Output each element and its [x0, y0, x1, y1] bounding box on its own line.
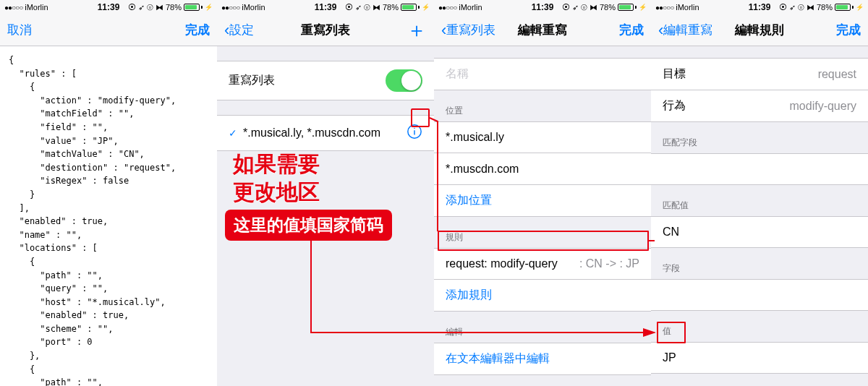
nav-title: 重寫列表: [301, 22, 350, 38]
edit-header: 編輯: [434, 322, 651, 343]
nav-bar: ‹設定 重寫列表 ＋: [217, 14, 434, 46]
name-group: 名稱: [434, 58, 651, 90]
screen-text-editor: ●●○○○ iMorlin 11:39 ⦿ ➶ ⦾ ⧓ 78% ⚡ 取消 完成 …: [0, 0, 217, 386]
back-button[interactable]: ‹設定: [224, 22, 254, 38]
done-button[interactable]: 完成: [836, 22, 861, 38]
name-field[interactable]: 名稱: [434, 58, 651, 90]
nav-title: 編輯重寫: [518, 22, 567, 38]
back-button[interactable]: ‹編輯重寫: [658, 22, 712, 38]
chevron-left-icon: ‹: [441, 22, 446, 38]
done-button[interactable]: 完成: [619, 22, 644, 38]
status-bar: ●●○○○iMorlin 11:39 ⦿ ➶ ⦾ ⧓78%⚡: [434, 0, 651, 14]
screen-edit-rewrite: ●●○○○iMorlin 11:39 ⦿ ➶ ⦾ ⧓78%⚡ ‹重寫列表 編輯重…: [434, 0, 651, 386]
cancel-button[interactable]: 取消: [7, 22, 32, 38]
status-time: 11:39: [98, 2, 120, 12]
signal-dots-icon: ●●○○○: [4, 4, 22, 12]
match-value-input[interactable]: CN: [651, 216, 868, 248]
toggle-label: 重寫列表: [229, 73, 275, 88]
add-location-button[interactable]: 添加位置: [434, 185, 651, 217]
screen-edit-rule: ●●○○○iMorlin 11:39 ⦿ ➶ ⦾ ⧓78%⚡ ‹編輯重寫 編輯規…: [651, 0, 868, 386]
add-button[interactable]: ＋: [407, 20, 427, 40]
rule-hosts: *.musical.ly, *.muscdn.com: [243, 126, 380, 140]
nav-bar: 取消 完成: [0, 14, 217, 46]
value-header: 值: [651, 321, 868, 342]
rules-header: 規則: [434, 227, 651, 248]
match-value-header: 匹配值: [651, 195, 868, 216]
json-editor[interactable]: { "rules" : [ { "action" : "modify-query…: [0, 46, 217, 386]
toggle-group: 重寫列表: [217, 61, 434, 100]
battery-icon: ⚡: [184, 4, 213, 11]
done-button[interactable]: 完成: [185, 22, 210, 38]
nav-bar: ‹重寫列表 編輯重寫 完成: [434, 14, 651, 46]
carrier-label: iMorlin: [25, 3, 48, 12]
svg-point-2: [414, 128, 414, 129]
rules-group: ✓ *.musical.ly, *.muscdn.com: [217, 115, 434, 151]
back-button[interactable]: ‹重寫列表: [441, 22, 495, 38]
rule-row[interactable]: ✓ *.musical.ly, *.muscdn.com: [217, 115, 434, 151]
info-icon[interactable]: [407, 124, 422, 142]
field-input[interactable]: [651, 279, 868, 311]
nav-title: 編輯規則: [735, 22, 784, 38]
status-bar: ●●○○○iMorlin 11:39 ⦿ ➶ ⦾ ⧓78%⚡: [217, 0, 434, 14]
match-field-input[interactable]: [651, 153, 868, 185]
status-bar: ●●○○○ iMorlin 11:39 ⦿ ➶ ⦾ ⧓ 78% ⚡: [0, 0, 217, 14]
match-field-header: 匹配字段: [651, 132, 868, 153]
rewrite-toggle[interactable]: [386, 69, 422, 92]
checkmark-icon: ✓: [229, 127, 237, 139]
status-bar: ●●○○○iMorlin 11:39 ⦿ ➶ ⦾ ⧓78%⚡: [651, 0, 868, 14]
battery-percent: 78%: [166, 3, 182, 12]
target-row[interactable]: 目標 request: [651, 58, 868, 90]
nav-bar: ‹編輯重寫 編輯規則 完成: [651, 14, 868, 46]
location-row[interactable]: *.musical.ly: [434, 121, 651, 153]
field-header: 字段: [651, 258, 868, 279]
rule-row[interactable]: request: modify-query : CN -> : JP: [434, 248, 651, 280]
edit-in-text-editor-button[interactable]: 在文本編輯器中編輯: [434, 343, 651, 375]
location-header: 位置: [434, 100, 651, 121]
rewrite-toggle-row: 重寫列表: [217, 61, 434, 100]
location-row[interactable]: *.muscdn.com: [434, 153, 651, 185]
add-rule-button[interactable]: 添加規則: [434, 280, 651, 312]
action-row[interactable]: 行為 modify-query: [651, 90, 868, 122]
rule-detail: : CN -> : JP: [579, 257, 639, 270]
screen-rewrite-list: ●●○○○iMorlin 11:39 ⦿ ➶ ⦾ ⧓78%⚡ ‹設定 重寫列表 …: [217, 0, 434, 386]
chevron-left-icon: ‹: [224, 22, 229, 38]
status-icons: ⦿ ➶ ⦾ ⧓: [128, 3, 163, 12]
value-input[interactable]: JP: [651, 342, 868, 374]
